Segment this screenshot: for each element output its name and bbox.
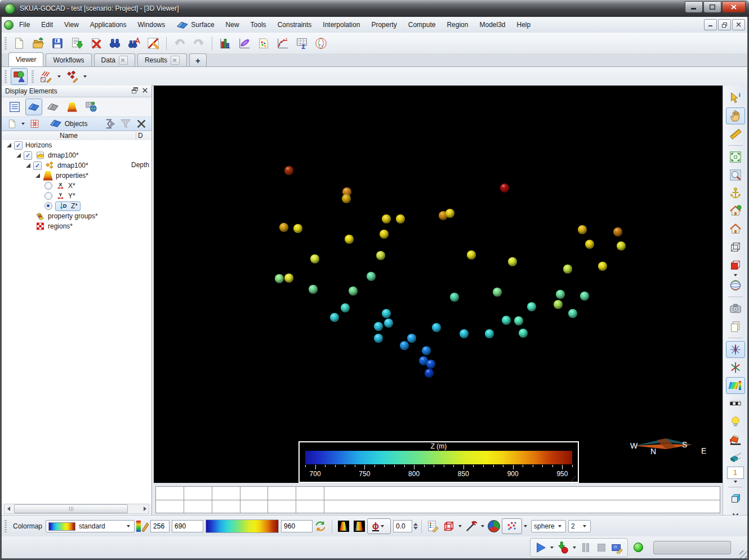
data-point[interactable] [384,319,393,328]
tree-row-properties-[interactable]: properties* [2,171,151,181]
tree-row-z-[interactable]: DZ* [2,201,151,211]
data-point[interactable] [425,369,434,378]
rotate-sphere-button[interactable] [726,277,745,294]
column-name[interactable]: Name [2,131,136,141]
expander-icon[interactable] [7,143,11,147]
table-cell[interactable] [268,500,296,513]
anchor-button[interactable] [726,185,745,201]
tree-row-horizons[interactable]: ✓Horizons [2,140,151,150]
tree-row-regions-[interactable]: regions* [2,221,151,231]
toolbar-grip[interactable] [5,70,7,83]
edit-animation-button[interactable] [609,540,625,555]
compass-rose[interactable]: W N S E [626,433,710,459]
table-cell[interactable] [184,486,212,500]
colormap-min-input[interactable] [172,520,203,532]
import-button[interactable] [68,35,85,52]
zoom-button[interactable] [726,167,745,183]
data-point[interactable] [367,272,376,281]
home-add-button[interactable] [726,203,745,219]
menu-new[interactable]: New [220,17,245,33]
pan-hand-button[interactable] [726,107,745,124]
point-size-select[interactable]: 2 [568,520,591,532]
data-point[interactable] [342,194,351,203]
horizontal-scrollbar[interactable] [4,504,149,514]
tab-data[interactable]: Data [94,53,135,66]
chevron-down-icon[interactable] [21,123,25,125]
expander-icon[interactable] [35,173,40,178]
property-radio[interactable] [44,202,52,210]
tree-label[interactable]: Horizons [25,141,52,149]
axes-button[interactable] [726,359,745,376]
data-point[interactable] [382,309,391,318]
table-cell[interactable] [212,500,240,513]
property-radio[interactable] [44,182,52,190]
table-cell[interactable] [296,486,324,500]
data-point[interactable] [502,316,511,325]
data-point[interactable] [376,251,385,260]
window-resize-grip[interactable] [739,550,747,558]
data-point[interactable] [380,230,389,239]
recenter-star-button[interactable] [726,341,745,358]
menu-model3d[interactable]: Model3d [474,17,511,33]
find-button[interactable] [106,35,123,52]
title-bar[interactable]: SKUA-GOCAD - test [scenario: Project] - … [0,0,749,17]
wireframe-mode-button[interactable] [441,518,457,534]
select-info-button[interactable]: i [726,89,745,106]
table-cell[interactable] [212,486,240,500]
data-point[interactable] [407,334,416,343]
tab-close-icon[interactable] [171,56,180,65]
colormap-max-input[interactable] [281,520,313,532]
scatter-doc-button[interactable] [255,35,272,52]
data-point[interactable] [432,323,441,332]
points-brush-button[interactable] [64,68,81,85]
data-point[interactable] [284,166,293,175]
copy-button[interactable] [726,318,745,335]
tab-workflows[interactable]: Workflows [46,53,91,66]
close-x-button[interactable] [133,118,149,130]
table-cell[interactable] [324,500,720,513]
data-point[interactable] [293,224,302,233]
table-cell[interactable] [155,486,184,500]
funnel-button[interactable] [118,118,133,130]
transparency-toggle-button[interactable]: ϕ [367,518,391,534]
table-cell[interactable] [324,486,720,500]
home-button[interactable] [726,221,745,238]
data-point[interactable] [422,346,431,355]
float-panel-icon[interactable] [131,87,139,96]
menu-applications[interactable]: Applications [84,17,132,33]
table-cell[interactable] [268,486,296,500]
chart-bar-button[interactable] [217,35,234,52]
toolbar-grip[interactable] [32,70,34,83]
data-point[interactable] [613,227,622,236]
display-properties-button[interactable] [425,518,441,534]
data-point[interactable] [275,274,284,283]
beams-pencil-button[interactable] [38,68,55,85]
data-point[interactable] [554,300,563,309]
help-grid-button[interactable]: ? [26,118,42,130]
data-point[interactable] [374,322,383,331]
play-button[interactable] [533,540,549,555]
new-document-button[interactable] [11,35,28,52]
data-point[interactable] [485,329,494,338]
property-radio[interactable] [44,192,52,200]
data-point[interactable] [514,316,523,325]
bottom-data-table[interactable] [154,483,723,515]
redo-button[interactable] [190,35,207,52]
paint-bucket-button[interactable] [726,431,745,448]
curve-fit-button[interactable] [274,35,291,52]
colormap-range-preview[interactable] [206,519,279,533]
tree-label[interactable]: properties* [56,172,88,180]
chevron-down-icon[interactable] [734,481,737,483]
shapes-button[interactable] [11,68,28,85]
visibility-checkbox[interactable]: ✓ [14,141,23,150]
map-button[interactable] [83,98,100,115]
table-cell[interactable] [240,500,268,513]
crossplot-button[interactable] [236,35,253,52]
fit-view-button[interactable] [726,149,745,165]
menu-edit[interactable]: Edit [35,17,59,33]
transparency-value-input[interactable] [393,520,412,532]
frame-number-field[interactable]: 1 [727,467,744,479]
data-point[interactable] [556,290,565,299]
data-point[interactable] [493,288,502,297]
expander-icon[interactable] [16,153,21,158]
